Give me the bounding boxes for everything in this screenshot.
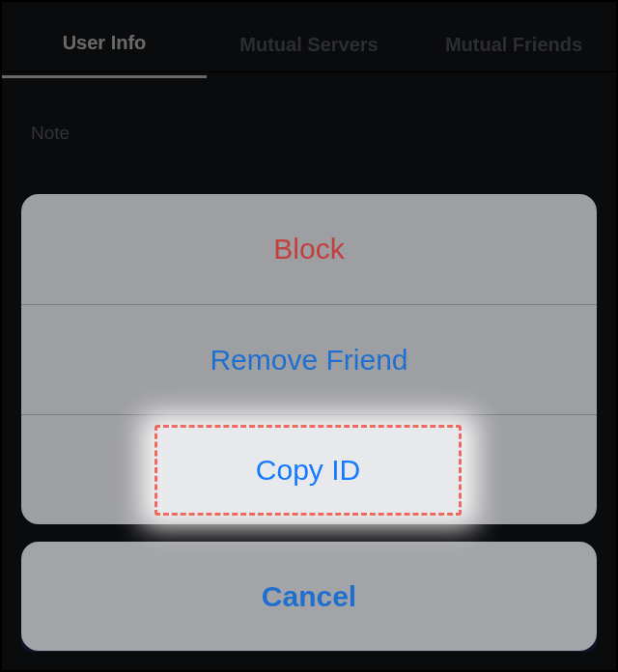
action-sheet: Block Remove Friend Copy ID — [21, 194, 597, 524]
remove-friend-option[interactable]: Remove Friend — [21, 304, 597, 414]
block-option[interactable]: Block — [21, 194, 597, 304]
cancel-button[interactable]: Cancel — [21, 542, 597, 651]
cancel-label: Cancel — [262, 580, 356, 613]
copy-id-option[interactable]: Copy ID — [21, 414, 597, 524]
